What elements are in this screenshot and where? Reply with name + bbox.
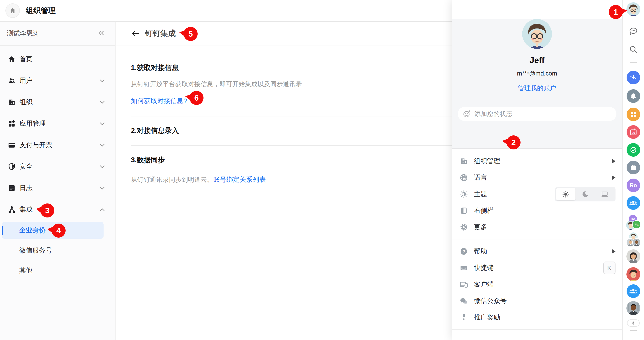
callout-badge-4: 4 bbox=[52, 224, 66, 238]
home-icon bbox=[8, 55, 16, 63]
menu-item-wechat-official[interactable]: 微信公众号 bbox=[452, 292, 622, 309]
sidebar-nav: 首页 用户 组织 应用管理 支付与开票 bbox=[0, 46, 115, 280]
sidebar-item-users[interactable]: 用户 bbox=[0, 70, 115, 91]
callout-badge-2: 2 bbox=[506, 136, 520, 150]
automation-app-icon[interactable] bbox=[626, 71, 640, 84]
back-button[interactable] bbox=[130, 29, 140, 38]
integration-icon bbox=[8, 206, 16, 214]
search-icon[interactable] bbox=[628, 44, 638, 56]
menu-item-shortcuts[interactable]: 快捷键 K bbox=[452, 260, 622, 276]
user-avatar[interactable] bbox=[522, 19, 552, 49]
collapse-sidebar-icon[interactable] bbox=[98, 30, 105, 37]
sidebar-item-integration[interactable]: 集成 bbox=[0, 199, 115, 220]
menu-item-right-sidebar[interactable]: 右侧栏 bbox=[452, 202, 622, 219]
log-icon bbox=[8, 184, 16, 192]
home-icon bbox=[9, 7, 16, 14]
home-button[interactable] bbox=[6, 4, 20, 18]
group-app-icon[interactable] bbox=[626, 284, 640, 298]
sidebar-subitem-wechat-service[interactable]: 微信服务号 bbox=[0, 240, 115, 260]
submenu-arrow-icon bbox=[612, 175, 616, 180]
callout-badge-1: 1 bbox=[609, 5, 623, 19]
chevron-up-icon bbox=[98, 206, 106, 214]
apps-grid-icon[interactable] bbox=[626, 108, 640, 121]
workspace-ro-avatar[interactable]: Ro bbox=[626, 178, 640, 192]
building-icon bbox=[8, 98, 16, 106]
sidebar-item-logs[interactable]: 日志 bbox=[0, 177, 115, 199]
group-avatar-cluster-1[interactable]: Ro Fa bbox=[626, 215, 640, 230]
theme-light-option[interactable] bbox=[556, 188, 576, 200]
user-name: Jeff bbox=[452, 56, 622, 65]
menu-item-clients[interactable]: 客户端 bbox=[452, 276, 622, 292]
theme-switcher bbox=[555, 187, 616, 202]
sidebar-item-label: 日志 bbox=[20, 184, 98, 192]
chevron-down-icon bbox=[98, 184, 106, 192]
notifications-app-icon[interactable] bbox=[626, 89, 640, 103]
sidebar-subitem-label: 微信服务号 bbox=[19, 246, 52, 255]
sidebar-item-label: 首页 bbox=[20, 55, 106, 64]
wechat-icon bbox=[460, 296, 468, 305]
rail-divider bbox=[630, 330, 637, 331]
sidebar-item-home[interactable]: 首页 bbox=[0, 48, 115, 70]
panel-menu-primary: 组织管理 语言 主题 bbox=[452, 149, 622, 340]
manage-account-link[interactable]: 管理我的账户 bbox=[452, 84, 622, 92]
chat-icon[interactable] bbox=[628, 26, 639, 38]
page-section-title: 钉钉集成 bbox=[145, 28, 176, 39]
calendar-app-icon[interactable]: 26 bbox=[626, 125, 640, 139]
devices-icon bbox=[460, 280, 468, 289]
profile-section: Jeff m***@md.com 管理我的账户 添加您的状态 bbox=[452, 19, 622, 149]
status-input[interactable]: 添加您的状态 bbox=[458, 107, 616, 121]
chevron-left-icon bbox=[631, 320, 636, 326]
sidebar-item-billing[interactable]: 支付与开票 bbox=[0, 134, 115, 156]
org-management-app: 组织管理 测试李恩涛 首页 用户 组织 bbox=[0, 0, 644, 340]
sidebar-item-label: 安全 bbox=[20, 162, 98, 171]
status-placeholder: 添加您的状态 bbox=[474, 110, 512, 118]
menu-item-org-management[interactable]: 组织管理 bbox=[452, 153, 622, 169]
svg-text:26: 26 bbox=[632, 131, 635, 134]
sidebar-subitem-label: 其他 bbox=[19, 266, 32, 275]
org-name: 测试李恩涛 bbox=[7, 29, 98, 38]
right-rail: 26 Ro Ro Fa bbox=[622, 0, 644, 340]
building-icon bbox=[460, 157, 468, 166]
menu-item-referral-rewards[interactable]: 推广奖励 bbox=[452, 309, 622, 326]
divider bbox=[452, 329, 622, 330]
contact-avatar-woman[interactable] bbox=[626, 249, 640, 264]
svg-text:?: ? bbox=[462, 249, 465, 254]
apps-icon bbox=[8, 120, 16, 128]
menu-item-theme[interactable]: 主题 bbox=[452, 186, 622, 202]
keyboard-icon bbox=[460, 264, 468, 272]
collapse-rail-button[interactable] bbox=[627, 320, 640, 327]
sidebar-item-app-management[interactable]: 应用管理 bbox=[0, 113, 115, 134]
menu-item-hdp-platform[interactable]: HDP 超级数据平台 bbox=[452, 333, 622, 340]
credit-card-icon bbox=[8, 141, 16, 149]
globe-icon bbox=[460, 174, 468, 182]
chevron-down-icon bbox=[98, 120, 106, 128]
theme-system-option[interactable] bbox=[595, 188, 614, 200]
menu-item-language[interactable]: 语言 bbox=[452, 169, 622, 186]
account-binding-link[interactable]: 账号绑定关系列表 bbox=[213, 175, 266, 184]
menu-item-label: 帮助 bbox=[474, 247, 487, 256]
sidebar-item-label: 用户 bbox=[20, 76, 98, 85]
step1-help-link[interactable]: 如何获取对接信息? bbox=[131, 96, 187, 106]
menu-item-help[interactable]: ? 帮助 bbox=[452, 243, 622, 260]
rail-user-avatar[interactable] bbox=[626, 2, 640, 17]
sidebar-item-label: 应用管理 bbox=[20, 119, 98, 128]
sidebar-item-organization[interactable]: 组织 bbox=[0, 91, 115, 113]
users-icon bbox=[8, 77, 16, 85]
theme-dark-option[interactable] bbox=[576, 188, 595, 200]
menu-item-more[interactable]: 更多 bbox=[452, 219, 622, 235]
tasks-app-icon[interactable] bbox=[626, 143, 640, 157]
callout-badge-5: 5 bbox=[184, 27, 198, 41]
sidebar-item-label: 集成 bbox=[20, 205, 98, 214]
briefcase-app-icon[interactable] bbox=[626, 161, 640, 174]
sidebar-item-security[interactable]: 安全 bbox=[0, 156, 115, 177]
smiley-add-icon bbox=[463, 110, 471, 118]
sidebar-subitem-other[interactable]: 其他 bbox=[0, 260, 115, 280]
callout-badge-3: 3 bbox=[40, 204, 54, 218]
contact-avatar-man[interactable] bbox=[626, 301, 640, 316]
group-app-icon[interactable] bbox=[626, 196, 640, 210]
menu-item-label: 组织管理 bbox=[474, 157, 500, 166]
contact-avatar-boy[interactable] bbox=[626, 267, 640, 282]
page-title: 组织管理 bbox=[26, 6, 56, 16]
theme-icon bbox=[460, 190, 468, 198]
group-avatar-cluster-2[interactable] bbox=[626, 232, 640, 247]
